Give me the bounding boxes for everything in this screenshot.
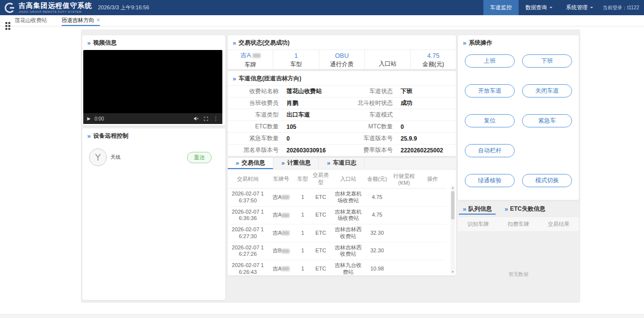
lane-label: ETC数量 <box>228 121 283 133</box>
video-panel: » 视频信息 ▶ 0:00 ⋮ <box>82 35 225 125</box>
scrollbar-thumb[interactable] <box>451 191 454 220</box>
lane-value: 105 <box>283 121 342 133</box>
brand: 吉高集团远程值守系统 JIGAO GROUP REMOTE DUTY SYSTE… <box>19 2 92 13</box>
tab-station[interactable]: 莲花山收费站 <box>15 15 47 26</box>
redacted-plate-smudge <box>282 249 289 253</box>
video-time: 0:00 <box>95 116 104 122</box>
open-lane-button[interactable]: 开放车道 <box>465 84 515 98</box>
redacted-plate-smudge <box>282 213 289 218</box>
vertical-scrollbar[interactable]: ▲ ▼ <box>451 185 455 274</box>
queue-tabs: » 队列信息 » ETC失败信息 <box>458 202 579 215</box>
status-fields: 吉A 车牌 1 车型 OBU 通行介质 入口站 4.75 金额(元) <box>228 50 456 70</box>
col-header: 交易结果 <box>539 217 579 231</box>
col-header: 交易类型 <box>310 170 332 189</box>
lane-value <box>397 156 456 157</box>
shift-start-button[interactable]: 上班 <box>465 54 515 68</box>
lane-label: MTC数量 <box>342 121 397 133</box>
table-row[interactable]: 2026-02-07 16:27:30 吉A 1 ETC 吉林吉林西收费站 32… <box>229 224 446 243</box>
page-tab-bar: 莲花山收费站 匝道吉林方向 × <box>0 15 644 26</box>
tab-label: 匝道吉林方向 <box>62 17 94 24</box>
tab-etc-failure-info[interactable]: » ETC失败信息 <box>501 204 549 215</box>
nav-label: 车道监控 <box>490 4 512 11</box>
apps-grid-icon[interactable] <box>5 22 10 30</box>
lane-label: 心跳状态 <box>228 156 283 157</box>
tab-weight-info[interactable]: » 计重信息 <box>273 158 319 169</box>
title-arrow-icon: » <box>327 160 330 166</box>
fullscreen-icon[interactable] <box>203 116 209 122</box>
antenna-device-button[interactable] <box>89 148 107 166</box>
title-arrow-icon: » <box>236 160 239 166</box>
tab-queue-info[interactable]: » 队列信息 <box>459 204 496 215</box>
reset-button[interactable]: 复位 <box>465 114 515 127</box>
auto-barrier-button[interactable]: 自动栏杆 <box>465 144 515 157</box>
close-icon[interactable]: × <box>96 17 100 24</box>
field-label: 通行介质 <box>330 60 354 69</box>
lane-label: 紧急车数量 <box>228 133 283 145</box>
field-label: 金额(元) <box>423 60 444 69</box>
table-row[interactable]: 2026-02-07 16:37:50 吉A 1 ETC 吉林龙嘉机场收费站 4… <box>229 189 446 207</box>
field-value: OBU <box>335 52 349 59</box>
shift-end-button[interactable]: 下班 <box>522 54 572 68</box>
status-field-plate: 吉A 车牌 <box>228 50 273 70</box>
table-row[interactable]: 2026-02-07 16:36:36 吉A 1 ETC 吉林龙嘉机场收费站 4… <box>229 206 446 224</box>
col-header: 车型 <box>295 170 310 189</box>
lane-info-table: 收费站名称 莲花山收费站 车道状态 下班 当班收费员 肖鹏 北斗校时状态 成功 … <box>228 85 456 156</box>
nav-item-system-mgmt[interactable]: 系统管理 <box>559 0 600 15</box>
col-header: 行驶里程(KM) <box>389 170 419 189</box>
lane-label: 收费站名称 <box>228 86 283 98</box>
app-header: 吉高集团远程值守系统 JIGAO GROUP REMOTE DUTY SYSTE… <box>0 0 644 15</box>
nav-label: 数据查询 <box>525 4 547 11</box>
tab-ramp-jilin[interactable]: 匝道吉林方向 × <box>62 15 100 26</box>
lane-row: 当班收费员 肖鹏 北斗校时状态 成功 <box>228 98 456 109</box>
horizontal-scrollbar[interactable] <box>0 314 644 318</box>
tab-lane-log[interactable]: » 车道日志 <box>319 158 364 169</box>
lane-label <box>342 156 397 157</box>
lane-value: 202603030916 <box>283 145 342 156</box>
tab-label: 车道日志 <box>333 159 357 167</box>
video-panel-title: 视频信息 <box>93 39 117 47</box>
redacted-plate-smudge <box>282 267 289 271</box>
redacted-plate-smudge <box>282 195 289 199</box>
mode-switch-button[interactable]: 模式切换 <box>522 174 572 187</box>
current-user-label: 当前登录：t1122 <box>603 4 639 11</box>
current-user[interactable]: 当前登录：t1122 <box>600 0 644 15</box>
title-arrow-icon: » <box>87 40 91 46</box>
panel-title: » 系统操作 <box>458 35 579 49</box>
panel-title: » 设备远程控制 <box>82 128 225 143</box>
emergency-vehicle-button[interactable]: 紧急车 <box>522 114 572 127</box>
play-icon[interactable]: ▶ <box>87 116 91 121</box>
empty-state-text: 暂无数据 <box>458 271 579 278</box>
status-field-medium: OBU 通行介质 <box>319 50 365 70</box>
close-lane-button[interactable]: 关闭车道 <box>522 84 572 98</box>
nav-item-lane-monitor[interactable]: 车道监控 <box>483 0 519 15</box>
nav-item-data-query[interactable]: 数据查询 <box>519 0 559 15</box>
title-arrow-icon: » <box>87 133 91 139</box>
lane-row: 收费站名称 莲花山收费站 车道状态 下班 <box>228 86 456 98</box>
panel-title: » 车道信息(匝道吉林方向) <box>228 71 456 85</box>
status-field-entry-station: 入口站 <box>365 50 410 70</box>
status-field-vehicle-type: 1 车型 <box>273 50 319 70</box>
green-channel-check-button[interactable]: 绿通核验 <box>465 174 515 187</box>
lane-value: 0 <box>397 121 456 133</box>
transactions-table: 交易时间 车牌号 车型 交易类型 入口站 金额(元) 行驶里程(KM) 操作 2… <box>229 170 446 275</box>
scroll-down-icon[interactable]: ▼ <box>451 270 455 273</box>
reconnect-button[interactable]: 重连 <box>187 152 212 163</box>
lane-label: 黑名单版本号 <box>228 145 283 156</box>
main-content: » 视频信息 ▶ 0:00 ⋮ <box>81 29 580 303</box>
title-arrow-icon: » <box>463 206 466 212</box>
mute-icon[interactable] <box>193 116 199 122</box>
table-row[interactable]: 2026-02-07 16:26:43 吉A 1 ETC 吉林九台收费站 10.… <box>229 260 446 276</box>
lane-row: 紧急车数量 0 车道版本号 25.9.9 <box>228 133 456 145</box>
transaction-status-panel: » 交易状态(交易成功) 吉A 车牌 1 车型 OBU 通行介质 入口站 4.7… <box>228 35 456 69</box>
tab-transaction-info[interactable]: » 交易信息 <box>228 158 273 169</box>
scroll-up-icon[interactable]: ▲ <box>451 186 455 189</box>
video-player[interactable]: ▶ 0:00 ⋮ <box>83 50 222 124</box>
more-options-icon[interactable]: ⋮ <box>213 116 218 122</box>
title-arrow-icon: » <box>504 206 508 212</box>
lane-value: 肖鹏 <box>283 98 342 109</box>
table-header-row: 交易时间 车牌号 车型 交易类型 入口站 金额(元) 行驶里程(KM) 操作 <box>229 170 446 189</box>
video-controls: ▶ 0:00 ⋮ <box>83 113 222 124</box>
table-row[interactable]: 2026-02-07 16:27:26 吉B 1 ETC 吉林吉林西收费站 32… <box>229 242 446 260</box>
lane-label: 车道版本号 <box>342 133 397 145</box>
device-remote-panel: » 设备远程控制 天线 重连 <box>82 128 225 300</box>
